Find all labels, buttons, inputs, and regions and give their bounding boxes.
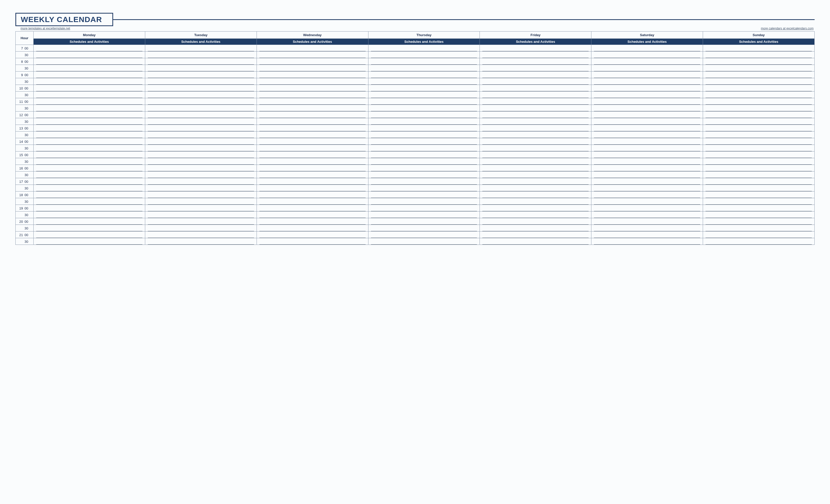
- schedule-slot[interactable]: [257, 205, 368, 211]
- schedule-slot[interactable]: [480, 92, 592, 98]
- schedule-slot[interactable]: [145, 232, 257, 238]
- schedule-slot[interactable]: [257, 238, 368, 245]
- schedule-slot[interactable]: [592, 158, 703, 165]
- schedule-slot[interactable]: [145, 205, 257, 211]
- schedule-slot[interactable]: [592, 192, 703, 198]
- schedule-slot[interactable]: [703, 205, 815, 211]
- schedule-slot[interactable]: [145, 105, 257, 111]
- schedule-slot[interactable]: [480, 185, 592, 192]
- schedule-slot[interactable]: [145, 111, 257, 118]
- schedule-slot[interactable]: [703, 58, 815, 65]
- schedule-slot[interactable]: [703, 152, 815, 158]
- schedule-slot[interactable]: [703, 165, 815, 171]
- schedule-slot[interactable]: [257, 171, 368, 178]
- schedule-slot[interactable]: [145, 118, 257, 125]
- schedule-slot[interactable]: [480, 192, 592, 198]
- schedule-slot[interactable]: [257, 158, 368, 165]
- schedule-slot[interactable]: [257, 211, 368, 218]
- schedule-slot[interactable]: [480, 205, 592, 211]
- schedule-slot[interactable]: [592, 138, 703, 145]
- schedule-slot[interactable]: [480, 65, 592, 71]
- schedule-slot[interactable]: [703, 98, 815, 105]
- schedule-slot[interactable]: [145, 178, 257, 185]
- schedule-slot[interactable]: [368, 132, 480, 138]
- schedule-slot[interactable]: [480, 158, 592, 165]
- schedule-slot[interactable]: [368, 158, 480, 165]
- schedule-slot[interactable]: [592, 145, 703, 152]
- schedule-slot[interactable]: [257, 178, 368, 185]
- schedule-slot[interactable]: [145, 238, 257, 245]
- schedule-slot[interactable]: [592, 71, 703, 78]
- schedule-slot[interactable]: [145, 165, 257, 171]
- schedule-slot[interactable]: [257, 111, 368, 118]
- schedule-slot[interactable]: [592, 132, 703, 138]
- schedule-slot[interactable]: [368, 78, 480, 85]
- schedule-slot[interactable]: [480, 218, 592, 225]
- schedule-slot[interactable]: [145, 45, 257, 52]
- schedule-slot[interactable]: [257, 58, 368, 65]
- schedule-slot[interactable]: [34, 105, 145, 111]
- schedule-slot[interactable]: [480, 78, 592, 85]
- schedule-slot[interactable]: [145, 145, 257, 152]
- schedule-slot[interactable]: [480, 178, 592, 185]
- schedule-slot[interactable]: [703, 238, 815, 245]
- schedule-slot[interactable]: [145, 158, 257, 165]
- schedule-slot[interactable]: [34, 138, 145, 145]
- schedule-slot[interactable]: [703, 218, 815, 225]
- schedule-slot[interactable]: [34, 78, 145, 85]
- schedule-slot[interactable]: [145, 125, 257, 132]
- schedule-slot[interactable]: [34, 152, 145, 158]
- schedule-slot[interactable]: [703, 232, 815, 238]
- schedule-slot[interactable]: [145, 198, 257, 205]
- schedule-slot[interactable]: [34, 198, 145, 205]
- schedule-slot[interactable]: [592, 118, 703, 125]
- schedule-slot[interactable]: [480, 238, 592, 245]
- schedule-slot[interactable]: [145, 92, 257, 98]
- more-calendars-link[interactable]: more calendars at excelcalendars.com: [761, 27, 813, 30]
- schedule-slot[interactable]: [368, 98, 480, 105]
- schedule-slot[interactable]: [703, 132, 815, 138]
- schedule-slot[interactable]: [145, 211, 257, 218]
- schedule-slot[interactable]: [145, 138, 257, 145]
- schedule-slot[interactable]: [145, 192, 257, 198]
- schedule-slot[interactable]: [368, 171, 480, 178]
- schedule-slot[interactable]: [592, 198, 703, 205]
- schedule-slot[interactable]: [34, 52, 145, 58]
- schedule-slot[interactable]: [592, 45, 703, 52]
- schedule-slot[interactable]: [480, 145, 592, 152]
- schedule-slot[interactable]: [257, 145, 368, 152]
- schedule-slot[interactable]: [480, 58, 592, 65]
- schedule-slot[interactable]: [368, 152, 480, 158]
- schedule-slot[interactable]: [703, 198, 815, 205]
- schedule-slot[interactable]: [145, 171, 257, 178]
- schedule-slot[interactable]: [145, 58, 257, 65]
- schedule-slot[interactable]: [703, 225, 815, 232]
- schedule-slot[interactable]: [480, 211, 592, 218]
- schedule-slot[interactable]: [257, 192, 368, 198]
- schedule-slot[interactable]: [592, 111, 703, 118]
- schedule-slot[interactable]: [368, 211, 480, 218]
- schedule-slot[interactable]: [368, 45, 480, 52]
- schedule-slot[interactable]: [480, 198, 592, 205]
- schedule-slot[interactable]: [257, 78, 368, 85]
- schedule-slot[interactable]: [145, 132, 257, 138]
- schedule-slot[interactable]: [480, 232, 592, 238]
- schedule-slot[interactable]: [592, 225, 703, 232]
- schedule-slot[interactable]: [592, 125, 703, 132]
- schedule-slot[interactable]: [368, 192, 480, 198]
- schedule-slot[interactable]: [145, 98, 257, 105]
- schedule-slot[interactable]: [480, 132, 592, 138]
- schedule-slot[interactable]: [480, 171, 592, 178]
- schedule-slot[interactable]: [480, 165, 592, 171]
- schedule-slot[interactable]: [592, 238, 703, 245]
- schedule-slot[interactable]: [592, 232, 703, 238]
- schedule-slot[interactable]: [368, 225, 480, 232]
- schedule-slot[interactable]: [368, 125, 480, 132]
- schedule-slot[interactable]: [480, 52, 592, 58]
- schedule-slot[interactable]: [368, 185, 480, 192]
- schedule-slot[interactable]: [34, 118, 145, 125]
- schedule-slot[interactable]: [34, 192, 145, 198]
- schedule-slot[interactable]: [368, 92, 480, 98]
- schedule-slot[interactable]: [592, 205, 703, 211]
- schedule-slot[interactable]: [368, 218, 480, 225]
